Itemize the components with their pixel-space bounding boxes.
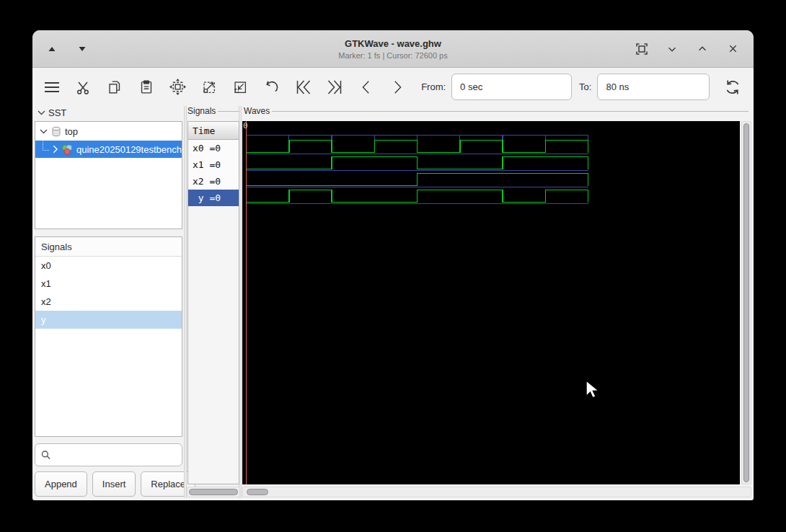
shade-down-button[interactable] [74, 41, 90, 57]
chevron-down-icon [37, 110, 45, 115]
to-label: To: [579, 81, 591, 92]
go-first-button[interactable] [293, 76, 314, 98]
waves-v-scrollbar[interactable] [741, 121, 751, 484]
from-label: From: [421, 81, 446, 92]
zoom-fit-button[interactable] [167, 76, 188, 98]
search-icon [41, 450, 50, 460]
zoom-out-icon [231, 79, 249, 96]
waveform-plot[interactable] [242, 121, 740, 484]
signal-item-x2[interactable]: x2 [35, 293, 182, 311]
scissors-icon [74, 79, 92, 96]
window-title: GTKWave - wave.ghw [345, 38, 441, 49]
wave-canvas[interactable]: 0 [242, 121, 740, 484]
paste-icon [138, 79, 155, 96]
go-next-button[interactable] [387, 76, 409, 98]
sst-tree: top quine20250129testbench [35, 121, 182, 229]
go-last-button[interactable] [324, 76, 345, 98]
signal-value-row[interactable]: x0 =0 [188, 140, 239, 156]
signals-list-header[interactable]: Signals [35, 237, 182, 257]
waves-panel-label: Waves [244, 106, 749, 116]
tree-item-top[interactable]: top [35, 122, 182, 141]
names-h-scrollbar[interactable] [187, 487, 240, 497]
gtkwave-window: GTKWave - wave.ghw Marker: 1 fs | Cursor… [32, 30, 754, 500]
insert-button[interactable]: Insert [92, 471, 136, 497]
undo-button[interactable] [261, 76, 283, 98]
scrollbar-thumb[interactable] [189, 489, 238, 495]
search-input[interactable] [55, 450, 182, 461]
signals-column-label: Signals [187, 106, 239, 116]
close-icon [728, 43, 738, 54]
copy-icon [106, 79, 123, 96]
undo-icon [263, 79, 281, 96]
titlebar[interactable]: GTKWave - wave.ghw Marker: 1 fs | Cursor… [32, 30, 754, 68]
close-button[interactable] [725, 41, 741, 57]
to-input[interactable] [597, 74, 710, 100]
module-icon [61, 143, 73, 156]
cut-button[interactable] [73, 76, 94, 98]
reload-button[interactable] [722, 76, 743, 98]
signal-search[interactable] [35, 443, 182, 466]
chevron-right-icon [389, 78, 406, 97]
minimize-button[interactable] [664, 41, 680, 57]
sst-expander[interactable]: SST [37, 107, 66, 118]
arrow-down-icon [79, 46, 86, 52]
zoom-out-button[interactable] [230, 76, 252, 98]
tree-item-testbench[interactable]: quine20250129testbench [35, 141, 182, 158]
go-previous-button[interactable] [356, 76, 377, 98]
tile-icon [635, 43, 648, 56]
tree-item-label: quine20250129testbench [76, 144, 182, 155]
paste-button[interactable] [136, 76, 157, 98]
chevron-down-icon [666, 43, 678, 55]
component-icon [51, 126, 61, 137]
signals-list-panel: Signals x0 x1 x2 y [35, 236, 182, 437]
signal-value-row-selected[interactable]: y =0 [188, 190, 239, 206]
signal-value-row[interactable]: x2 =0 [188, 173, 239, 190]
scrollbar-thumb[interactable] [247, 489, 268, 495]
signal-item-x0[interactable]: x0 [35, 257, 182, 275]
tree-item-label: top [65, 126, 78, 137]
reload-icon [723, 78, 742, 97]
menu-icon [42, 78, 62, 97]
menu-button[interactable] [41, 76, 63, 98]
scrollbar-thumb[interactable] [743, 123, 749, 482]
shade-up-button[interactable] [44, 41, 60, 57]
time-header[interactable]: Time [188, 122, 239, 140]
signals-column: Time x0 =0 x1 =0 x2 =0 y =0 [187, 121, 239, 484]
toolbar: From: To: [32, 68, 754, 106]
sst-label: SST [48, 107, 66, 118]
arrow-up-icon [48, 46, 56, 52]
tree-branch-line [43, 141, 49, 151]
signal-item-y[interactable]: y [35, 311, 182, 329]
chevron-up-icon [697, 43, 708, 55]
timeline-origin-label: 0 [243, 122, 248, 130]
signal-item-x1[interactable]: x1 [35, 275, 182, 293]
zoom-in-button[interactable] [198, 76, 220, 98]
tile-button[interactable] [634, 41, 650, 57]
append-button[interactable]: Append [35, 471, 87, 497]
maximize-button[interactable] [694, 41, 710, 57]
signal-value-row[interactable]: x1 =0 [188, 156, 239, 173]
chevron-left-icon [358, 78, 375, 97]
expander-chevron-icon[interactable] [40, 129, 48, 134]
window-subtitle: Marker: 1 fs | Cursor: 72600 ps [338, 51, 447, 60]
copy-button[interactable] [104, 76, 125, 98]
skip-forward-icon [325, 78, 344, 97]
zoom-in-icon [200, 79, 218, 96]
skip-backward-icon [294, 78, 313, 97]
waves-h-scrollbar[interactable] [242, 487, 751, 497]
chevron-right-icon[interactable] [53, 145, 58, 154]
zoom-fit-icon [169, 78, 187, 96]
pane-splitter[interactable] [184, 106, 187, 498]
from-input[interactable] [451, 74, 572, 100]
